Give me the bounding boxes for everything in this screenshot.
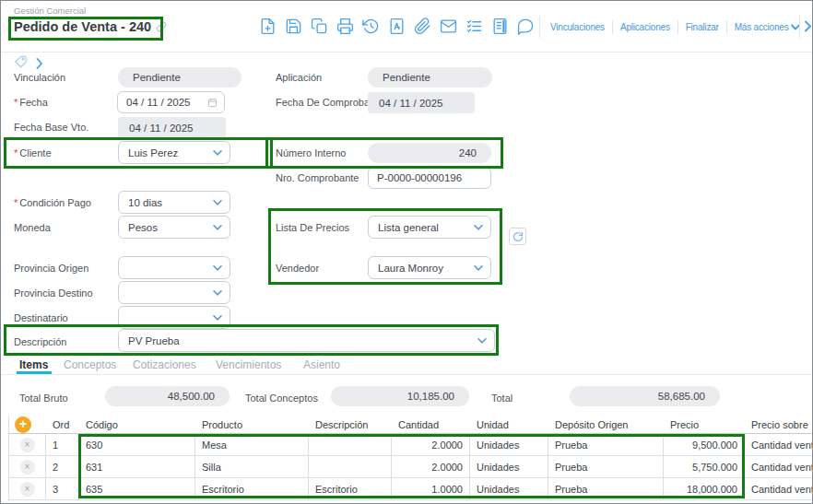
col-header-cantidad: Cantidad <box>392 416 470 434</box>
row-3-codigo[interactable]: 635 <box>79 478 195 500</box>
mas-acciones-button[interactable]: Más acciones <box>727 22 799 32</box>
toolbar-divider <box>539 16 540 38</box>
row-2-codigo[interactable]: 631 <box>79 456 195 478</box>
save-icon[interactable] <box>284 17 302 35</box>
calendar-icon[interactable] <box>207 98 218 108</box>
total-bruto-label: Total Bruto <box>19 393 68 404</box>
lista-precios-label: Lista De Precios <box>276 222 349 233</box>
total-conceptos-value: 10,185.00 <box>331 386 469 406</box>
vendedor-label: Vendedor <box>276 263 319 274</box>
fecha-label: *Fecha <box>14 97 48 108</box>
numero-interno-label: Número Interno <box>276 147 346 158</box>
fecha-input[interactable]: 04 / 11 / 2025 <box>117 91 225 113</box>
row-3-unidad[interactable]: Unidades <box>470 478 548 500</box>
vendedor-value: Laura Monroy <box>378 263 443 274</box>
row-3-deposito[interactable]: Prueba <box>548 478 664 500</box>
toolbar <box>258 17 535 35</box>
vendedor-select[interactable]: Laura Monroy <box>368 256 491 279</box>
chevron-down-icon <box>213 265 222 271</box>
toolbar-overflow-divider <box>799 16 800 38</box>
total-bruto-value: 48,500.00 <box>105 386 230 406</box>
cliente-select[interactable]: Luis Perez <box>118 141 230 164</box>
provincia-origen-label: Provincia Origen <box>14 263 88 274</box>
chevron-down-icon <box>213 290 222 296</box>
tag-icon[interactable] <box>14 54 28 72</box>
row-1-descripcion[interactable] <box>309 434 392 456</box>
row-3-descripcion[interactable]: Escritorio <box>309 478 392 500</box>
moneda-label: Moneda <box>14 222 51 233</box>
module-breadcrumb: Gestión Comercial <box>14 6 86 16</box>
row-3-ord: 3 <box>46 478 79 500</box>
aplicacion-label: Aplicación <box>276 72 322 83</box>
provincia-destino-select[interactable] <box>118 281 230 304</box>
row-1-cantidad[interactable]: 2.0000 <box>392 434 470 456</box>
row-1-unidad[interactable]: Unidades <box>470 434 548 456</box>
descripcion-select[interactable]: PV Prueba <box>118 329 495 352</box>
row-2-descripcion[interactable] <box>309 456 392 478</box>
moneda-select[interactable]: Pesos <box>118 216 230 239</box>
attachment-icon[interactable] <box>413 17 431 35</box>
col-header-precio: Precio <box>664 416 745 434</box>
lista-precios-select[interactable]: Lista general <box>368 216 491 239</box>
required-marker: * <box>14 197 18 208</box>
row-1-producto[interactable]: Mesa <box>195 434 309 456</box>
provincia-origen-select[interactable] <box>118 256 230 279</box>
nro-comprobante-value: P-0000-00000196 <box>377 172 462 183</box>
aplicaciones-button[interactable]: Aplicaciones <box>613 22 678 32</box>
nro-comprobante-input[interactable]: P-0000-00000196 <box>368 167 491 189</box>
row-3-producto[interactable]: Escritorio <box>195 478 309 500</box>
chevron-down-icon <box>474 265 483 271</box>
row-1-precio-sobre[interactable]: Cantidad venta <box>745 434 813 456</box>
link-icon[interactable] <box>156 21 167 32</box>
row-2-producto[interactable]: Silla <box>195 456 309 478</box>
copy-icon[interactable] <box>310 17 328 35</box>
tab-items[interactable]: Items <box>19 358 48 371</box>
row-1-deposito[interactable]: Prueba <box>548 434 664 456</box>
refresh-button[interactable] <box>509 228 526 245</box>
row-2-precio[interactable]: 5,750.000 <box>664 456 745 478</box>
condicion-pago-select[interactable]: 10 dias <box>118 191 230 214</box>
print-icon[interactable] <box>336 17 354 35</box>
row-3-precio[interactable]: 18,000.000 <box>664 478 745 500</box>
row-2-precio-sobre[interactable]: Cantidad venta <box>745 456 813 478</box>
tab-cotizaciones[interactable]: Cotizaciones <box>133 358 196 371</box>
vinculacion-label: Vinculación <box>14 72 65 83</box>
row-1-precio[interactable]: 9,500.000 <box>664 434 745 456</box>
tab-conceptos[interactable]: Conceptos <box>64 358 116 371</box>
total-conceptos-label: Total Conceptos <box>245 393 318 404</box>
destinatario-select[interactable] <box>118 306 230 329</box>
page-title: Pedido de Venta - 240 <box>14 19 167 34</box>
email-icon[interactable] <box>439 17 457 35</box>
row-3-cantidad[interactable]: 1.0000 <box>392 478 470 500</box>
items-table: + Ord Código Producto Descripción Cantid… <box>8 416 813 500</box>
total-value: 58,685.00 <box>570 386 720 406</box>
delete-row-button[interactable]: × <box>20 460 35 475</box>
row-3-precio-sobre[interactable]: Cantidad venta <box>745 478 813 500</box>
row-2-deposito[interactable]: Prueba <box>548 456 664 478</box>
delete-row-button[interactable]: × <box>20 482 35 497</box>
vinculaciones-button[interactable]: Vinculaciones <box>543 22 612 32</box>
add-row-button[interactable]: + <box>15 416 31 433</box>
row-1-codigo[interactable]: 630 <box>79 434 195 456</box>
checklist-icon[interactable] <box>465 17 483 35</box>
table-header-add: + <box>9 416 46 434</box>
col-header-deposito: Depósito Origen <box>548 416 664 434</box>
col-header-precio-sobre: Precio sobre <box>745 416 813 434</box>
new-document-icon[interactable] <box>258 17 277 35</box>
report-icon[interactable] <box>490 17 509 35</box>
export-document-icon[interactable] <box>387 17 406 35</box>
finalizar-button[interactable]: Finalizar <box>678 22 726 32</box>
tab-vencimientos[interactable]: Vencimientos <box>216 358 281 371</box>
row-2-cantidad[interactable]: 2.0000 <box>392 456 470 478</box>
row-2-unidad[interactable]: Unidades <box>470 456 548 478</box>
toolbar-overflow-chevron-icon[interactable] <box>804 19 812 36</box>
history-icon[interactable] <box>361 17 380 35</box>
numero-interno-value: 240 <box>368 143 491 163</box>
expand-chevron-icon[interactable] <box>36 56 43 73</box>
chevron-down-icon <box>213 200 222 205</box>
comment-icon[interactable] <box>516 17 535 35</box>
row-1-delete-cell: × <box>9 434 46 456</box>
tab-asiento[interactable]: Asiento <box>303 358 340 371</box>
delete-row-button[interactable]: × <box>20 438 35 452</box>
col-header-codigo: Código <box>79 416 195 434</box>
